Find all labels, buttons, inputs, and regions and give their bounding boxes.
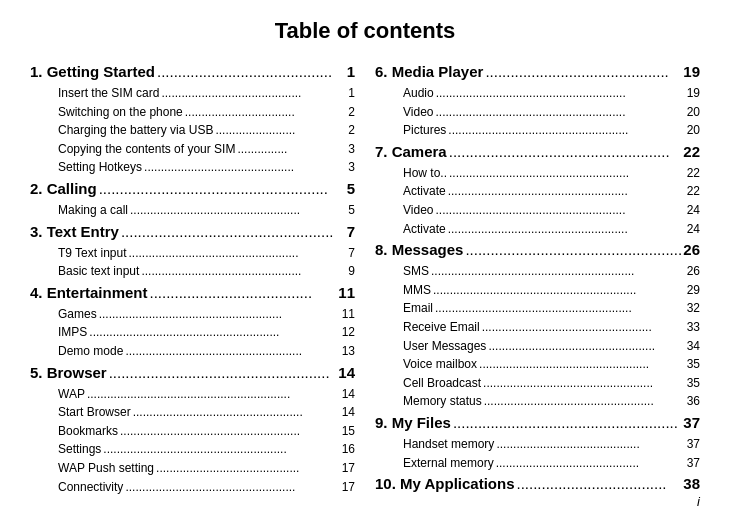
sub-dot-leader: ........................................… <box>141 262 346 281</box>
sub-dot-leader: ........................................… <box>125 478 339 497</box>
page-number: 26 <box>683 238 700 262</box>
toc-sub-item: Copying the contents of your SIM........… <box>30 140 355 159</box>
page-number: 14 <box>338 361 355 385</box>
section-label: 9. My Files <box>375 411 451 435</box>
sub-dot-leader: ........................................… <box>449 164 685 183</box>
section-label: 8. Messages <box>375 238 463 262</box>
left-column: 1. Getting Started......................… <box>30 60 375 496</box>
sub-item-label: Memory status <box>403 392 482 411</box>
sub-page-number: 24 <box>687 201 700 220</box>
sub-page-number: 13 <box>342 342 355 361</box>
sub-dot-leader: ........................................… <box>448 182 685 201</box>
section-label: 4. Entertainment <box>30 281 148 305</box>
sub-page-number: 9 <box>348 262 355 281</box>
toc-sub-item: Setting Hotkeys.........................… <box>30 158 355 177</box>
toc-sub-item: T9 Text input...........................… <box>30 244 355 263</box>
dot-leader: ........................................… <box>485 60 681 84</box>
sub-page-number: 35 <box>687 355 700 374</box>
sub-page-number: 12 <box>342 323 355 342</box>
sub-item-label: Setting Hotkeys <box>58 158 142 177</box>
sub-item-label: Voice mailbox <box>403 355 477 374</box>
toc-sub-item: IMPS....................................… <box>30 323 355 342</box>
sub-dot-leader: ........................................… <box>483 374 685 393</box>
toc-sub-item: User Messages...........................… <box>375 337 700 356</box>
section-label: 6. Media Player <box>375 60 483 84</box>
section-label: 1. Getting Started <box>30 60 155 84</box>
toc-sub-item: WAP.....................................… <box>30 385 355 404</box>
sub-page-number: 19 <box>687 84 700 103</box>
section-header: 6. Media Player.........................… <box>375 60 700 84</box>
section-header: 2. Calling..............................… <box>30 177 355 201</box>
sub-item-label: IMPS <box>58 323 87 342</box>
sub-page-number: 3 <box>348 140 355 159</box>
sub-item-label: How to.. <box>403 164 447 183</box>
dot-leader: ........................................… <box>449 140 682 164</box>
section-header: 9. My Files.............................… <box>375 411 700 435</box>
section-label: 3. Text Entry <box>30 220 119 244</box>
sub-dot-leader: ........................................… <box>436 84 685 103</box>
sub-dot-leader: ........................................… <box>496 435 684 454</box>
sub-item-label: Switching on the phone <box>58 103 183 122</box>
page-number: 38 <box>683 472 700 496</box>
sub-page-number: 16 <box>342 440 355 459</box>
sub-item-label: Charging the battery via USB <box>58 121 213 140</box>
sub-item-label: User Messages <box>403 337 486 356</box>
dot-leader: ........................................… <box>99 177 345 201</box>
sub-page-number: 22 <box>687 164 700 183</box>
toc-sub-item: SMS.....................................… <box>375 262 700 281</box>
toc-sub-item: Activate................................… <box>375 182 700 201</box>
toc-sub-item: WAP Push setting........................… <box>30 459 355 478</box>
sub-page-number: 14 <box>342 385 355 404</box>
sub-item-label: Demo mode <box>58 342 123 361</box>
sub-dot-leader: ........................................… <box>496 454 685 473</box>
toc-sub-item: Switching on the phone..................… <box>30 103 355 122</box>
sub-page-number: 2 <box>348 103 355 122</box>
toc-sub-item: Bookmarks...............................… <box>30 422 355 441</box>
sub-item-label: Video <box>403 201 433 220</box>
dot-leader: ........................................… <box>465 238 681 262</box>
toc-sub-item: Handset memory..........................… <box>375 435 700 454</box>
sub-dot-leader: ........................................… <box>87 385 340 404</box>
sub-page-number: 26 <box>687 262 700 281</box>
sub-dot-leader: ........................................… <box>120 422 340 441</box>
page-number: 19 <box>683 60 700 84</box>
sub-dot-leader: ........................................… <box>488 337 684 356</box>
sub-page-number: 24 <box>687 220 700 239</box>
sub-page-number: 11 <box>342 305 355 324</box>
sub-item-label: Pictures <box>403 121 446 140</box>
sub-page-number: 37 <box>687 454 700 473</box>
sub-dot-leader: ........................ <box>215 121 346 140</box>
sub-dot-leader: ........................................… <box>161 84 346 103</box>
sub-dot-leader: ........................................… <box>435 103 684 122</box>
sub-item-label: Settings <box>58 440 101 459</box>
sub-item-label: Cell Broadcast <box>403 374 481 393</box>
toc-layout: 1. Getting Started......................… <box>30 60 700 496</box>
section-label: 5. Browser <box>30 361 107 385</box>
toc-sub-item: Connectivity............................… <box>30 478 355 497</box>
toc-sub-item: Voice mailbox...........................… <box>375 355 700 374</box>
sub-dot-leader: ........................................… <box>89 323 339 342</box>
section-label: 2. Calling <box>30 177 97 201</box>
sub-item-label: SMS <box>403 262 429 281</box>
page-container: Table of contents 1. Getting Started....… <box>0 0 730 517</box>
section-header: 3. Text Entry...........................… <box>30 220 355 244</box>
page-footer: i <box>697 494 700 509</box>
sub-item-label: Copying the contents of your SIM <box>58 140 235 159</box>
page-number: 22 <box>683 140 700 164</box>
sub-dot-leader: ............... <box>237 140 346 159</box>
dot-leader: ........................................… <box>121 220 345 244</box>
sub-dot-leader: ........................................… <box>431 262 685 281</box>
toc-sub-item: Pictures................................… <box>375 121 700 140</box>
sub-dot-leader: ........................................… <box>128 244 346 263</box>
sub-item-label: T9 Text input <box>58 244 126 263</box>
sub-dot-leader: ........................................… <box>125 342 339 361</box>
sub-dot-leader: ........................................… <box>448 121 684 140</box>
right-column: 6. Media Player.........................… <box>375 60 700 496</box>
sub-dot-leader: ........................................… <box>433 281 685 300</box>
toc-sub-item: MMS.....................................… <box>375 281 700 300</box>
sub-page-number: 34 <box>687 337 700 356</box>
section-header: 1. Getting Started......................… <box>30 60 355 84</box>
sub-page-number: 32 <box>687 299 700 318</box>
page-number: 5 <box>347 177 355 201</box>
sub-item-label: Making a call <box>58 201 128 220</box>
